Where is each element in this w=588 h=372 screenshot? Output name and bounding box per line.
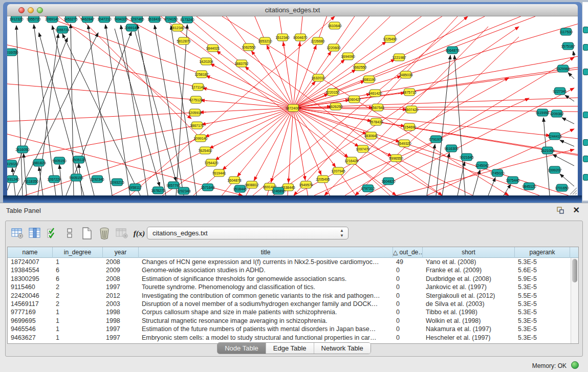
cell-title[interactable]: Embryonic stem cells: a model to study s… [139, 334, 393, 342]
red-edge[interactable] [267, 45, 269, 51]
cell-title[interactable]: Tourette syndrome. Phenomenology and cla… [139, 283, 393, 291]
yellow-node[interactable]: 9549320 [397, 140, 411, 147]
cell-out_de[interactable]: 0 [393, 308, 423, 316]
cell-title[interactable]: Genome-wide association studies in ADHD. [139, 266, 393, 274]
cell-name[interactable]: 18724007 [8, 258, 53, 266]
window-titlebar[interactable]: citations_edges.txt [7, 4, 578, 16]
teal-node[interactable]: 1047210 [97, 16, 111, 23]
yellow-node[interactable]: 1604878 [227, 177, 241, 184]
teal-node[interactable]: 2069141 [124, 24, 138, 31]
yellow-node[interactable]: 1883752 [234, 60, 248, 67]
select-rows-button[interactable] [43, 225, 61, 242]
cell-year[interactable]: 2009 [103, 266, 139, 274]
cell-year[interactable]: 1998 [103, 308, 139, 316]
yellow-node[interactable]: 1062550 [242, 43, 255, 51]
black-edge[interactable] [38, 34, 58, 195]
table-row[interactable]: 946554611997Estimation of the future num… [8, 325, 571, 333]
cell-title[interactable]: Estimation of the future numbers of pati… [139, 325, 393, 333]
teal-node[interactable]: 1931240 [7, 176, 19, 183]
teal-node[interactable]: 1064878 [445, 47, 459, 54]
table-source-dropdown[interactable]: citations_edges.txt ▲▼ [147, 227, 349, 239]
yellow-node[interactable]: 1220600 [326, 44, 340, 51]
teal-node[interactable]: 1678275 [151, 187, 165, 194]
yellow-node[interactable]: 1653210 [258, 37, 272, 45]
teal-node[interactable]: 9616300 [444, 145, 458, 152]
black-edge[interactable] [66, 32, 132, 195]
black-edge[interactable] [553, 155, 574, 166]
yellow-node[interactable]: 1420204 [199, 58, 213, 65]
cell-short[interactable]: Wolkin et al. (1998) [423, 317, 515, 325]
yellow-node[interactable]: 1567541 [371, 104, 384, 111]
yellow-node[interactable]: 1099140 [193, 135, 207, 142]
cell-name[interactable]: 18300295 [8, 275, 53, 283]
yellow-node[interactable]: 1207945 [331, 167, 345, 174]
red-edge[interactable] [289, 176, 289, 183]
cell-pagerank[interactable]: 5.5E-5 [515, 292, 570, 300]
yellow-node[interactable]: 2226680 [311, 37, 324, 45]
cell-out_de[interactable]: 0 [393, 266, 423, 274]
yellow-node[interactable]: 2205495 [316, 176, 330, 183]
tab-node-table[interactable]: Node Table [217, 343, 266, 354]
cell-name[interactable]: 9115460 [8, 283, 53, 291]
cell-pagerank[interactable]: 5.3E-5 [515, 334, 570, 342]
yellow-node[interactable]: 1812340 [170, 24, 184, 31]
cell-pagerank[interactable]: 5.3E-5 [515, 325, 570, 333]
cell-pagerank[interactable]: 5.9E-5 [515, 275, 570, 283]
yellow-node[interactable]: 1694090 [341, 53, 355, 60]
black-edge[interactable] [573, 51, 574, 56]
yellow-node[interactable]: 3220150 [325, 89, 339, 96]
teal-node[interactable]: 9355724 [55, 26, 69, 33]
cell-short[interactable]: Tibbo et al. (1998) [423, 308, 515, 316]
yellow-node[interactable]: 1258187 [194, 71, 208, 78]
teal-node[interactable]: 9118350 [25, 178, 39, 185]
teal-node[interactable]: 5905150 [52, 157, 66, 164]
yellow-node[interactable]: 1060427 [347, 96, 361, 103]
table-row[interactable]: 1830029562008Estimation of significance … [8, 275, 571, 283]
red-edge[interactable] [58, 16, 191, 119]
cell-name[interactable]: 9777169 [8, 308, 53, 316]
cell-short[interactable]: Hescheler et al. (1997) [423, 334, 515, 342]
cell-in_degree[interactable]: 1 [53, 317, 103, 325]
black-edge[interactable] [176, 25, 187, 195]
black-edge[interactable] [568, 73, 574, 79]
teal-node[interactable]: 2616050 [15, 146, 29, 153]
yellow-node[interactable]: 9578433 [369, 118, 383, 125]
cell-title[interactable]: Disruption of a novel member of a sodium… [139, 300, 393, 308]
teal-node[interactable]: 1117530 [559, 28, 573, 35]
black-edge[interactable] [39, 33, 84, 195]
black-edge[interactable] [436, 55, 450, 195]
cell-year[interactable]: 1998 [103, 317, 139, 325]
yellow-node[interactable]: 7625402 [198, 147, 212, 154]
teal-node[interactable]: 6791970 [429, 136, 443, 143]
table-row[interactable]: 1872400712008Changes of HCN gene express… [8, 258, 571, 266]
table-row[interactable]: 1456911722003Disruption of a novel membe… [8, 300, 571, 308]
column-header-in_degree[interactable]: in_degree [53, 247, 103, 258]
teal-node[interactable]: 9021645 [460, 154, 473, 161]
teal-node[interactable]: 1621064 [540, 147, 554, 154]
cell-in_degree[interactable]: 2 [53, 300, 103, 308]
teal-node[interactable]: 1209382 [550, 110, 563, 117]
black-edge[interactable] [560, 140, 574, 146]
delete-rows-trash-button[interactable] [96, 225, 113, 242]
cell-name[interactable]: 9465546 [8, 325, 53, 333]
table-row[interactable]: 1938455462009Genome-wide association stu… [8, 266, 571, 274]
yellow-node[interactable]: 8996550 [389, 155, 403, 162]
teal-node[interactable]: 1292346 [90, 176, 104, 183]
delete-table-button-disabled[interactable] [113, 225, 130, 242]
teal-node[interactable]: 1453275 [63, 16, 77, 23]
cell-out_de[interactable]: 0 [393, 292, 423, 300]
cell-out_de[interactable]: 0 [393, 275, 423, 283]
red-edge[interactable] [237, 171, 242, 177]
cell-short[interactable]: Dudbridge et al. (2008) [423, 275, 515, 283]
cell-in_degree[interactable]: 1 [53, 334, 103, 342]
red-edge[interactable] [311, 81, 315, 86]
teal-node[interactable]: 1958117 [128, 184, 142, 191]
yellow-node[interactable]: 1225490 [383, 35, 397, 42]
red-edge[interactable] [254, 175, 257, 181]
yellow-node[interactable]: 1097470 [356, 145, 369, 152]
cell-short[interactable]: Nakamura et al. (1997) [423, 325, 515, 333]
cell-out_de[interactable]: 0 [393, 317, 423, 325]
table-row[interactable]: 911546021997Tourette syndrome. Phenomeno… [8, 283, 571, 291]
cell-title[interactable]: Changes of HCN gene expression and I(f) … [139, 258, 393, 266]
yellow-node[interactable]: 1154690 [403, 123, 417, 130]
